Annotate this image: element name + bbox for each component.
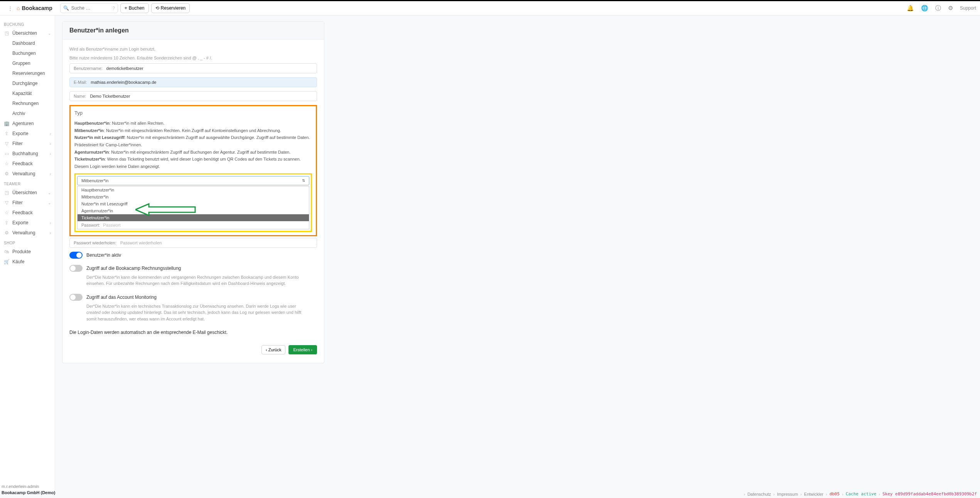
toggle-billing-label: Zugriff auf die Bookacamp Rechnungsstell… [86,266,181,271]
export-icon: ⇪ [4,131,9,136]
password-label: Passwort: [81,223,100,227]
name-input[interactable] [90,94,313,98]
link-icon: ⟲ [155,5,159,11]
overview-icon: ◳ [4,30,9,36]
admin-icon: ⚙ [4,230,9,235]
password-row-overlay: Passwort: Passwort [78,221,309,229]
toggle-billing[interactable] [69,265,83,272]
buchen-button[interactable]: +Buchen [120,3,149,13]
sidebar-item-filter[interactable]: ▽Filter› [0,139,55,149]
email-input[interactable] [91,80,313,85]
name-label: Name: [74,94,86,98]
typ-select-value: Mitbenutzer*in [81,178,108,183]
sidebar-section-buchung: BUCHUNG [0,19,55,28]
typ-option-haupt[interactable]: Hauptbenutzer*in [78,186,309,193]
tent-icon: ⌂ [17,5,20,11]
sidebar-sub-rechnungen[interactable]: Rechnungen [0,98,55,108]
help-text-1: Wird als Benutzer*inname zum Login benut… [69,46,317,53]
logo[interactable]: ⌂ Bookacamp [17,5,52,11]
sidebar: BUCHUNG ◳ Übersichten ⌄ Dashboard Buchun… [0,15,55,490]
select-chevron-icon: ⇅ [302,178,305,183]
typ-option-lese[interactable]: Nutzer*in mit Lesezugriff [78,200,309,207]
sidebar-sub-gruppen[interactable]: Gruppen [0,58,55,68]
email-label: E-Mail: [74,80,87,85]
chevron-right-icon: › [50,142,51,146]
typ-select-highlight: Mitbenutzer*in ⇅ Hauptbenutzer*in Mitben… [74,173,312,232]
sidebar-sub-kapazitaet[interactable]: Kapazität [0,88,55,98]
toggle-active-row: Benutzer*in aktiv [69,248,317,261]
sidebar-sub-durchgaenge[interactable]: Durchgänge [0,78,55,88]
bell-icon[interactable]: 🔔 [907,5,914,12]
sidebar-item-exporte[interactable]: ⇪Exporte› [0,129,55,139]
password-repeat-field[interactable]: Passwort wiederholen: Passwort wiederhol… [69,238,317,248]
globe-icon[interactable]: 🌐 [921,5,928,12]
typ-option-mit[interactable]: Mitbenutzer*in [78,193,309,200]
filter-icon: ▽ [4,141,9,146]
sidebar-item-produkte[interactable]: 🛍Produkte [0,247,55,257]
sidebar-item-t-uebersichten[interactable]: ◳Übersichten⌄ [0,188,55,198]
toggle-active[interactable] [69,252,83,259]
sidebar-item-agenturen[interactable]: 🏢Agenturen [0,119,55,129]
username-field[interactable]: Benutzername: [69,63,317,73]
chevron-right-icon: › [50,132,51,136]
panel-footer: ‹ Zurück Erstellen › [69,341,317,356]
chevron-down-icon: ⌄ [48,201,51,205]
sidebar-item-t-filter[interactable]: ▽Filter⌄ [0,198,55,208]
current-user: m.r.enderlein-admin [2,484,55,490]
sidebar-section-teamer: TEAMER [0,179,55,188]
search-icon: 🔍 [63,5,69,11]
app-name: Bookacamp [22,5,52,11]
sidebar-item-verwaltung[interactable]: ⚙Verwaltung› [0,169,55,179]
settings-icon[interactable]: ⚙ [948,5,953,12]
email-field[interactable]: E-Mail: [69,77,317,87]
product-icon: 🛍 [4,249,9,254]
support-link[interactable]: Support [960,5,976,11]
help-icon[interactable]: ? [113,6,115,10]
search-wrap: 🔍 ? [60,3,118,13]
sidebar-sub-dashboard[interactable]: Dashboard [0,38,55,48]
chevron-right-icon: › [50,231,51,235]
toggle-monitoring-row: Zugriff auf das Account Monitoring [69,290,317,303]
accounting-icon: ▭ [4,151,9,156]
sidebar-footer: m.r.enderlein-admin Bookacamp GmbH (Demo… [2,484,55,490]
sidebar-item-kaeufe[interactable]: 🛒Käufe [0,257,55,267]
sidebar-item-t-feedback[interactable]: ☆Feedback [0,208,55,218]
sidebar-sub-reservierungen[interactable]: Reservierungen [0,68,55,78]
create-user-panel: Benutzer*in anlegen Wird als Benutzer*in… [62,21,324,363]
sidebar-item-uebersichten[interactable]: ◳ Übersichten ⌄ [0,28,55,38]
toggle-billing-help: Der*Die Nutzer*in kann die kommenden und… [69,274,309,290]
typ-highlight-box: Typ Hauptbenutzer*in: Nutzer*in mit alle… [69,105,317,236]
export-icon: ⇪ [4,220,9,225]
reservieren-button[interactable]: ⟲Reservieren [151,3,190,13]
toggle-monitoring[interactable] [69,294,83,301]
plus-icon: + [125,5,127,11]
name-field[interactable]: Name: [69,91,317,101]
app-menu-icon[interactable]: ⋮ [4,5,17,11]
chevron-right-icon: › [50,172,51,176]
back-button[interactable]: ‹ Zurück [261,345,285,354]
typ-option-agentur[interactable]: Agenturnutzer*in [78,207,309,214]
password-placeholder: Passwort [103,223,120,227]
username-input[interactable] [106,66,313,71]
sidebar-item-t-exporte[interactable]: ⇪Exporte› [0,218,55,228]
typ-option-ticket[interactable]: Ticketnutzer*in [78,214,309,221]
sidebar-sub-buchungen[interactable]: Buchungen [0,48,55,58]
toggle-monitoring-label: Zugriff auf das Account Monitoring [86,295,157,300]
typ-select[interactable]: Mitbenutzer*in ⇅ [77,176,309,185]
chevron-right-icon: › [50,221,51,225]
chevron-right-icon: › [50,152,51,156]
sidebar-item-buchhaltung[interactable]: ▭Buchhaltung› [0,149,55,159]
panel-header: Benutzer*in anlegen [62,22,324,40]
sidebar-item-t-verwaltung[interactable]: ⚙Verwaltung› [0,228,55,238]
username-label: Benutzername: [74,66,103,71]
sidebar-section-shop: SHOP [0,238,55,247]
typ-heading: Typ [74,110,312,116]
topbar-right: 🔔 🌐 ⓘ ⚙ Support [907,5,976,12]
info-icon[interactable]: ⓘ [935,5,941,12]
filter-icon: ▽ [4,200,9,205]
feedback-icon: ☆ [4,210,9,215]
sidebar-item-feedback[interactable]: ☆Feedback [0,159,55,169]
help-text-2: Bitte nutze mindestens 10 Zeichen. Erlau… [69,55,317,61]
create-button[interactable]: Erstellen › [288,345,317,354]
sidebar-sub-archiv[interactable]: Archiv [0,108,55,119]
